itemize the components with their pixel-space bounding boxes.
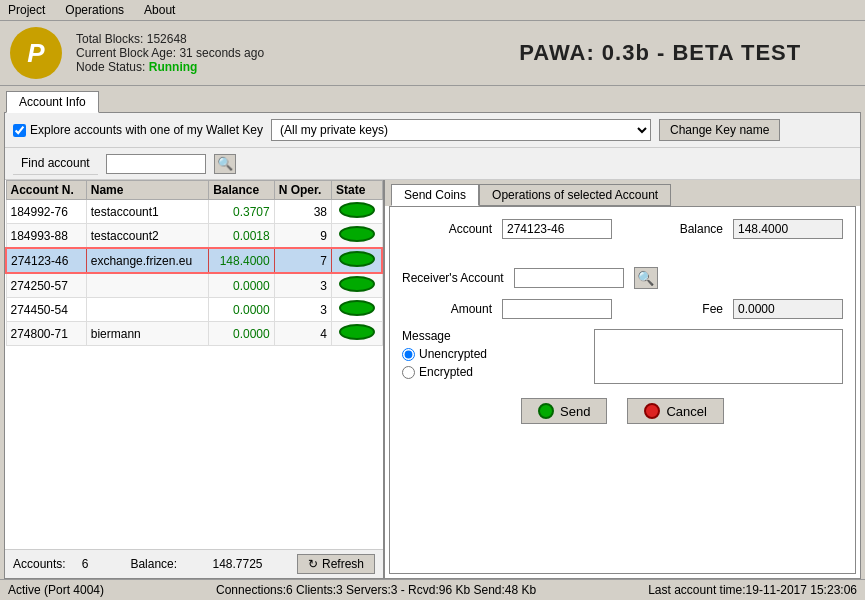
cell-noper: 9 bbox=[274, 224, 331, 249]
right-panel: Send Coins Operations of selected Accoun… bbox=[385, 180, 860, 578]
cell-noper: 3 bbox=[274, 273, 331, 298]
accounts-table: Account N. Name Balance N Oper. State 18… bbox=[5, 180, 383, 346]
cell-name bbox=[86, 298, 208, 322]
state-indicator bbox=[339, 226, 375, 242]
account-balance-row: Account Balance bbox=[402, 219, 843, 239]
cell-state bbox=[332, 200, 382, 224]
panel-tabs: Send Coins Operations of selected Accoun… bbox=[385, 180, 860, 206]
find-search-button[interactable]: 🔍 bbox=[214, 154, 236, 174]
cancel-icon bbox=[644, 403, 660, 419]
find-account-input[interactable] bbox=[106, 154, 206, 174]
cell-name bbox=[86, 273, 208, 298]
table-row[interactable]: 274250-570.00003 bbox=[6, 273, 382, 298]
menu-project[interactable]: Project bbox=[4, 2, 49, 18]
table-row[interactable]: 184993-88testaccount20.00189 bbox=[6, 224, 382, 249]
cell-name: testaccount2 bbox=[86, 224, 208, 249]
cell-state bbox=[332, 298, 382, 322]
table-row[interactable]: 274123-46exchange.frizen.eu148.40007 bbox=[6, 248, 382, 273]
accounts-count-label: Accounts: bbox=[13, 557, 66, 571]
tab-bar: Account Info bbox=[0, 86, 865, 112]
table-row[interactable]: 184992-76testaccount10.370738 bbox=[6, 200, 382, 224]
table-row[interactable]: 274800-71biermann0.00004 bbox=[6, 322, 382, 346]
cell-noper: 4 bbox=[274, 322, 331, 346]
logo: P bbox=[10, 27, 62, 79]
cell-state bbox=[332, 248, 382, 273]
accounts-count-value: 6 bbox=[82, 557, 89, 571]
fee-input[interactable] bbox=[733, 299, 843, 319]
col-account: Account N. bbox=[6, 181, 86, 200]
menu-operations[interactable]: Operations bbox=[61, 2, 128, 18]
cell-state bbox=[332, 224, 382, 249]
encrypted-radio-row: Encrypted bbox=[402, 365, 582, 379]
main-content: Explore accounts with one of my Wallet K… bbox=[4, 112, 861, 579]
receiver-input[interactable] bbox=[514, 268, 624, 288]
col-state: State bbox=[332, 181, 382, 200]
col-noper: N Oper. bbox=[274, 181, 331, 200]
cell-noper: 7 bbox=[274, 248, 331, 273]
menubar: Project Operations About bbox=[0, 0, 865, 21]
account-input[interactable] bbox=[502, 219, 612, 239]
total-blocks-line: Total Blocks: 152648 bbox=[76, 32, 466, 46]
balance-footer-label: Balance: bbox=[130, 557, 177, 571]
explore-checkbox[interactable] bbox=[13, 124, 26, 137]
state-indicator bbox=[339, 300, 375, 316]
split-panel: Account N. Name Balance N Oper. State 18… bbox=[5, 180, 860, 578]
tab-account-info[interactable]: Account Info bbox=[6, 91, 99, 113]
amount-label: Amount bbox=[402, 302, 492, 316]
cell-account: 274800-71 bbox=[6, 322, 86, 346]
block-age-line: Current Block Age: 31 seconds ago bbox=[76, 46, 466, 60]
logo-symbol: P bbox=[27, 38, 44, 69]
refresh-label: Refresh bbox=[322, 557, 364, 571]
amount-input[interactable] bbox=[502, 299, 612, 319]
cell-account: 274450-54 bbox=[6, 298, 86, 322]
node-status-value: Running bbox=[149, 60, 198, 74]
encrypted-label: Encrypted bbox=[419, 365, 473, 379]
cell-state bbox=[332, 273, 382, 298]
state-indicator bbox=[339, 276, 375, 292]
find-account-row: Find account 🔍 bbox=[5, 148, 860, 180]
receiver-row: Receiver's Account 🔍 bbox=[402, 267, 843, 289]
cell-balance: 148.4000 bbox=[209, 248, 275, 273]
cell-balance: 0.0000 bbox=[209, 298, 275, 322]
cell-state bbox=[332, 322, 382, 346]
send-button[interactable]: Send bbox=[521, 398, 607, 424]
statusbar: Active (Port 4004) Connections:6 Clients… bbox=[0, 579, 865, 600]
fee-label: Fee bbox=[673, 302, 723, 316]
message-textarea[interactable] bbox=[594, 329, 843, 384]
explore-label: Explore accounts with one of my Wallet K… bbox=[30, 123, 263, 137]
table-row[interactable]: 274450-540.00003 bbox=[6, 298, 382, 322]
cancel-button[interactable]: Cancel bbox=[627, 398, 723, 424]
explore-checkbox-wrapper: Explore accounts with one of my Wallet K… bbox=[13, 123, 263, 137]
state-indicator bbox=[339, 324, 375, 340]
accounts-table-scroll: Account N. Name Balance N Oper. State 18… bbox=[5, 180, 383, 549]
change-key-button[interactable]: Change Key name bbox=[659, 119, 780, 141]
encrypted-radio[interactable] bbox=[402, 366, 415, 379]
unencrypted-radio[interactable] bbox=[402, 348, 415, 361]
menu-about[interactable]: About bbox=[140, 2, 179, 18]
tab-send-coins[interactable]: Send Coins bbox=[391, 184, 479, 206]
cell-noper: 3 bbox=[274, 298, 331, 322]
unencrypted-label: Unencrypted bbox=[419, 347, 487, 361]
col-name: Name bbox=[86, 181, 208, 200]
account-label: Account bbox=[402, 222, 492, 236]
col-balance: Balance bbox=[209, 181, 275, 200]
cancel-label: Cancel bbox=[666, 404, 706, 419]
cell-account: 274250-57 bbox=[6, 273, 86, 298]
amount-fee-row: Amount Fee bbox=[402, 299, 843, 319]
cell-name: testaccount1 bbox=[86, 200, 208, 224]
total-blocks-label: Total Blocks: bbox=[76, 32, 143, 46]
cell-account: 184993-88 bbox=[6, 224, 86, 249]
wallet-key-dropdown[interactable]: (All my private keys) bbox=[271, 119, 651, 141]
cell-name: biermann bbox=[86, 322, 208, 346]
receiver-label: Receiver's Account bbox=[402, 271, 504, 285]
tab-operations-selected[interactable]: Operations of selected Account bbox=[479, 184, 671, 206]
refresh-button[interactable]: ↻ Refresh bbox=[297, 554, 375, 574]
state-indicator bbox=[339, 251, 375, 267]
wallet-row: Explore accounts with one of my Wallet K… bbox=[5, 113, 860, 148]
state-indicator bbox=[339, 202, 375, 218]
find-account-label: Find account bbox=[13, 152, 98, 175]
node-status-line: Node Status: Running bbox=[76, 60, 466, 74]
status-right: Last account time:19-11-2017 15:23:06 bbox=[648, 583, 857, 597]
header-info: Total Blocks: 152648 Current Block Age: … bbox=[76, 32, 466, 74]
receiver-search-button[interactable]: 🔍 bbox=[634, 267, 658, 289]
